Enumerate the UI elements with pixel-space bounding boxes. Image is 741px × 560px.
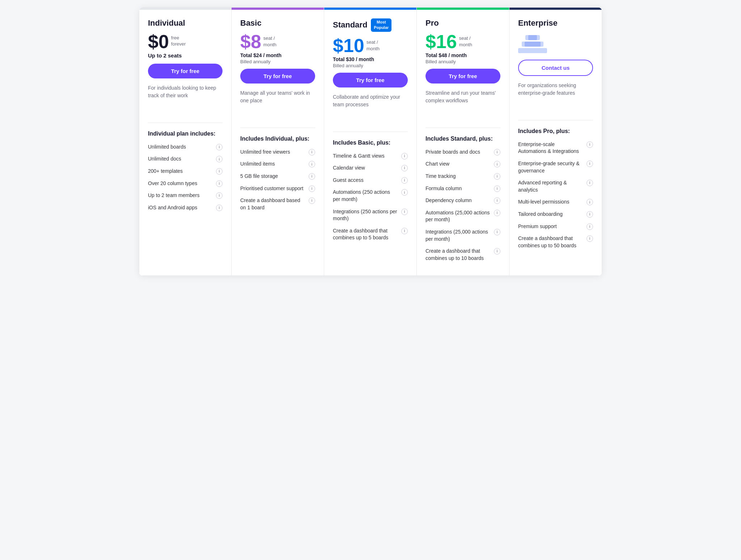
info-icon[interactable]: i [587, 141, 593, 148]
svg-rect-2 [518, 48, 547, 53]
feature-text: Private boards and docs [425, 149, 494, 156]
plan-name-enterprise: Enterprise [518, 18, 593, 28]
feature-item: Automations (250 actions per month)i [333, 189, 408, 203]
divider-pro [425, 128, 500, 128]
info-icon[interactable]: i [401, 209, 408, 215]
plan-name-text-standard: Standard [333, 20, 367, 30]
info-icon[interactable]: i [401, 228, 408, 234]
info-icon[interactable]: i [216, 144, 223, 150]
info-icon[interactable]: i [309, 149, 315, 155]
info-icon[interactable]: i [494, 210, 500, 216]
feature-text: Create a dashboard that combines up to 5… [518, 235, 587, 249]
price-details-pro: seat /month [459, 32, 472, 48]
divider-basic [240, 128, 315, 128]
info-icon[interactable]: i [587, 223, 593, 230]
info-icon[interactable]: i [401, 177, 408, 184]
feature-item: Unlimited docsi [148, 155, 223, 163]
info-icon[interactable]: i [216, 156, 223, 162]
price-amount-basic: $8 [240, 32, 261, 51]
info-icon[interactable]: i [401, 189, 408, 196]
plan-card-enterprise: Enterprise Contact usFor organizations s… [509, 7, 602, 276]
feature-text: Unlimited docs [148, 155, 216, 163]
feature-item: Multi-level permissionsi [518, 198, 593, 206]
feature-text: Tailored onboarding [518, 211, 587, 218]
feature-text: Calendar view [333, 164, 401, 172]
cta-button-enterprise[interactable]: Contact us [518, 60, 593, 76]
feature-item: Over 20 column typesi [148, 180, 223, 187]
feature-text: Enterprise-grade security & governance [518, 160, 587, 174]
enterprise-icon [518, 32, 593, 55]
plan-header-basic: Basic$8seat /monthTotal $24 / monthBille… [232, 10, 324, 120]
feature-item: Guest accessi [333, 177, 408, 184]
plan-card-standard: StandardMost Popular$10seat /monthTotal … [324, 7, 417, 276]
info-icon[interactable]: i [494, 229, 500, 235]
most-popular-badge: Most Popular [371, 18, 391, 32]
feature-item: Unlimited free viewersi [240, 149, 315, 156]
info-icon[interactable]: i [309, 185, 315, 192]
billed-text-basic: Billed annually [240, 59, 315, 64]
info-icon[interactable]: i [587, 235, 593, 242]
feature-item: Dependency columni [425, 197, 500, 204]
info-icon[interactable]: i [587, 180, 593, 186]
feature-text: Unlimited free viewers [240, 149, 309, 156]
info-icon[interactable]: i [494, 185, 500, 192]
feature-text: Guest access [333, 177, 401, 184]
cta-button-standard[interactable]: Try for free [333, 73, 408, 87]
plan-card-pro: Pro$16seat /monthTotal $48 / monthBilled… [417, 7, 509, 276]
feature-item: Prioritised customer supporti [240, 185, 315, 192]
feature-text: 5 GB file storage [240, 173, 309, 180]
features-section-individual: Individual plan includes:Unlimited board… [139, 130, 231, 275]
info-icon[interactable]: i [216, 180, 223, 187]
info-icon[interactable]: i [494, 248, 500, 255]
info-icon[interactable]: i [216, 192, 223, 199]
cta-button-individual[interactable]: Try for free [148, 64, 223, 78]
billed-text-standard: Billed annually [333, 63, 408, 68]
info-icon[interactable]: i [494, 173, 500, 180]
info-icon[interactable]: i [309, 173, 315, 180]
info-icon[interactable]: i [401, 153, 408, 159]
feature-text: 200+ templates [148, 168, 216, 175]
plan-header-individual: Individual$0freeforeverUp to 2 seatsTry … [139, 10, 231, 115]
feature-text: Up to 2 team members [148, 192, 216, 199]
info-icon[interactable]: i [494, 161, 500, 167]
total-price-basic: Total $24 / month [240, 52, 315, 58]
feature-text: Create a dashboard based on 1 board [240, 197, 309, 211]
price-details-basic: seat /month [263, 32, 276, 48]
info-icon[interactable]: i [309, 161, 315, 167]
price-free-text: freeforever [171, 32, 186, 47]
plan-header-standard: StandardMost Popular$10seat /monthTotal … [324, 10, 416, 124]
cta-button-basic[interactable]: Try for free [240, 69, 315, 84]
info-icon[interactable]: i [587, 211, 593, 218]
info-icon[interactable]: i [216, 205, 223, 211]
feature-item: Time trackingi [425, 173, 500, 180]
feature-item: Unlimited boardsi [148, 144, 223, 151]
feature-item: Tailored onboardingi [518, 211, 593, 218]
plan-card-basic: Basic$8seat /monthTotal $24 / monthBille… [232, 7, 324, 276]
info-icon[interactable]: i [587, 199, 593, 205]
plan-description-standard: Collaborate and optimize your team proce… [333, 93, 408, 119]
feature-item: Integrations (250 actions per month)i [333, 208, 408, 222]
feature-text: Automations (25,000 actions per month) [425, 209, 494, 223]
info-icon[interactable]: i [587, 161, 593, 167]
price-amount-standard: $10 [333, 36, 364, 55]
info-icon[interactable]: i [401, 165, 408, 171]
info-icon[interactable]: i [216, 168, 223, 175]
cta-button-pro[interactable]: Try for free [425, 69, 500, 84]
feature-text: Create a dashboard that combines up to 1… [425, 248, 494, 262]
info-icon[interactable]: i [494, 149, 500, 155]
plan-description-pro: Streamline and run your teams' complex w… [425, 89, 500, 115]
features-section-pro: Includes Standard, plus:Private boards a… [417, 135, 509, 275]
feature-item: Chart viewi [425, 161, 500, 168]
features-section-enterprise: Includes Pro, plus:Enterprise-scale Auto… [509, 128, 602, 275]
info-icon[interactable]: i [494, 197, 500, 204]
plan-description-basic: Manage all your teams' work in one place [240, 89, 315, 115]
feature-item: iOS and Android appsi [148, 204, 223, 211]
info-icon[interactable]: i [309, 197, 315, 204]
feature-item: 5 GB file storagei [240, 173, 315, 180]
price-amount-individual: $0 [148, 32, 169, 51]
plan-name-text-basic: Basic [240, 18, 262, 28]
plan-name-standard: StandardMost Popular [333, 18, 408, 32]
feature-text: Create a dashboard that combines up to 5… [333, 227, 401, 241]
feature-text: Timeline & Gantt views [333, 153, 401, 160]
feature-item: 200+ templatesi [148, 168, 223, 175]
